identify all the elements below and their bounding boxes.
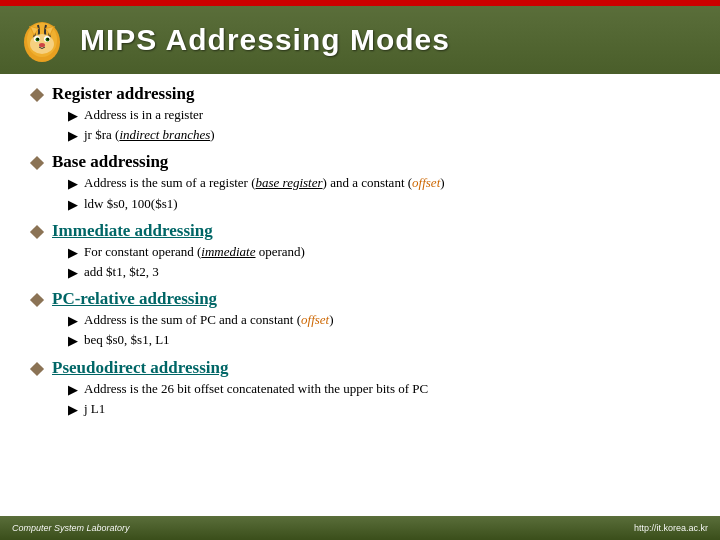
section-bullet (30, 358, 52, 374)
list-item: ▶Address is the 26 bit offset concatenat… (68, 380, 690, 399)
offset-text: offset (301, 312, 329, 327)
sub-text: jr $ra (indirect branches) (84, 126, 215, 145)
footer-right: http://it.korea.ac.kr (634, 523, 708, 533)
section-title: Immediate addressing (52, 221, 690, 241)
sub-items: ▶Address is in a register▶jr $ra (indire… (52, 106, 690, 145)
sub-items: ▶For constant operand (immediate operand… (52, 243, 690, 282)
section-body: Pseudodirect addressing▶Address is the 2… (52, 358, 690, 420)
arrow-icon: ▶ (68, 195, 84, 214)
diamond-icon (30, 361, 44, 375)
sub-text: Address is the sum of PC and a constant … (84, 311, 334, 330)
section-pc-relative: PC-relative addressing▶Address is the su… (30, 289, 690, 351)
sub-items: ▶Address is the sum of a register (base … (52, 174, 690, 213)
sub-text: Address is the 26 bit offset concatenate… (84, 380, 428, 399)
list-item: ▶j L1 (68, 400, 690, 419)
section-base: Base addressing▶Address is the sum of a … (30, 152, 690, 214)
arrow-icon: ▶ (68, 174, 84, 193)
sub-text: Address is the sum of a register (base r… (84, 174, 445, 193)
section-body: Immediate addressing▶For constant operan… (52, 221, 690, 283)
section-title: Pseudodirect addressing (52, 358, 690, 378)
arrow-icon: ▶ (68, 126, 84, 145)
offset-text: offset (412, 175, 440, 190)
footer: Computer System Laboratory http://it.kor… (0, 516, 720, 540)
tiger-icon (16, 14, 68, 66)
list-item: ▶For constant operand (immediate operand… (68, 243, 690, 262)
section-body: PC-relative addressing▶Address is the su… (52, 289, 690, 351)
emphasized-text: immediate (201, 244, 255, 259)
sub-text: Address is in a register (84, 106, 203, 125)
header: MIPS Addressing Modes (0, 6, 720, 74)
sub-text: ldw $s0, 100($s1) (84, 195, 178, 214)
section-title: Register addressing (52, 84, 690, 104)
list-item: ▶Address is in a register (68, 106, 690, 125)
svg-point-7 (37, 38, 39, 40)
diamond-icon (30, 156, 44, 170)
emphasized-text: indirect branches (119, 127, 210, 142)
section-immediate: Immediate addressing▶For constant operan… (30, 221, 690, 283)
section-bullet (30, 289, 52, 305)
logo (16, 14, 68, 66)
list-item: ▶beq $s0, $s1, L1 (68, 331, 690, 350)
footer-left: Computer System Laboratory (12, 523, 130, 533)
sub-text: beq $s0, $s1, L1 (84, 331, 170, 350)
section-bullet (30, 152, 52, 168)
slide-title: MIPS Addressing Modes (80, 23, 450, 57)
arrow-icon: ▶ (68, 263, 84, 282)
content-area: Register addressing▶Address is in a regi… (0, 74, 720, 516)
svg-point-8 (47, 38, 49, 40)
diamond-icon (30, 225, 44, 239)
list-item: ▶ldw $s0, 100($s1) (68, 195, 690, 214)
list-item: ▶Address is the sum of PC and a constant… (68, 311, 690, 330)
sub-text: add $t1, $t2, 3 (84, 263, 159, 282)
arrow-icon: ▶ (68, 400, 84, 419)
svg-point-9 (39, 43, 45, 47)
list-item: ▶Address is the sum of a register (base … (68, 174, 690, 193)
diamond-icon (30, 293, 44, 307)
section-bullet (30, 84, 52, 100)
emphasized-text: base register (256, 175, 323, 190)
slide: MIPS Addressing Modes Register addressin… (0, 0, 720, 540)
arrow-icon: ▶ (68, 380, 84, 399)
sub-text: For constant operand (immediate operand) (84, 243, 305, 262)
section-body: Register addressing▶Address is in a regi… (52, 84, 690, 146)
list-item: ▶add $t1, $t2, 3 (68, 263, 690, 282)
diamond-icon (30, 88, 44, 102)
section-title: Base addressing (52, 152, 690, 172)
arrow-icon: ▶ (68, 106, 84, 125)
sub-items: ▶Address is the sum of PC and a constant… (52, 311, 690, 350)
sub-items: ▶Address is the 26 bit offset concatenat… (52, 380, 690, 419)
section-pseudodirect: Pseudodirect addressing▶Address is the 2… (30, 358, 690, 420)
section-title: PC-relative addressing (52, 289, 690, 309)
sub-text: j L1 (84, 400, 105, 419)
section-body: Base addressing▶Address is the sum of a … (52, 152, 690, 214)
section-bullet (30, 221, 52, 237)
section-register: Register addressing▶Address is in a regi… (30, 84, 690, 146)
arrow-icon: ▶ (68, 311, 84, 330)
arrow-icon: ▶ (68, 331, 84, 350)
arrow-icon: ▶ (68, 243, 84, 262)
list-item: ▶jr $ra (indirect branches) (68, 126, 690, 145)
